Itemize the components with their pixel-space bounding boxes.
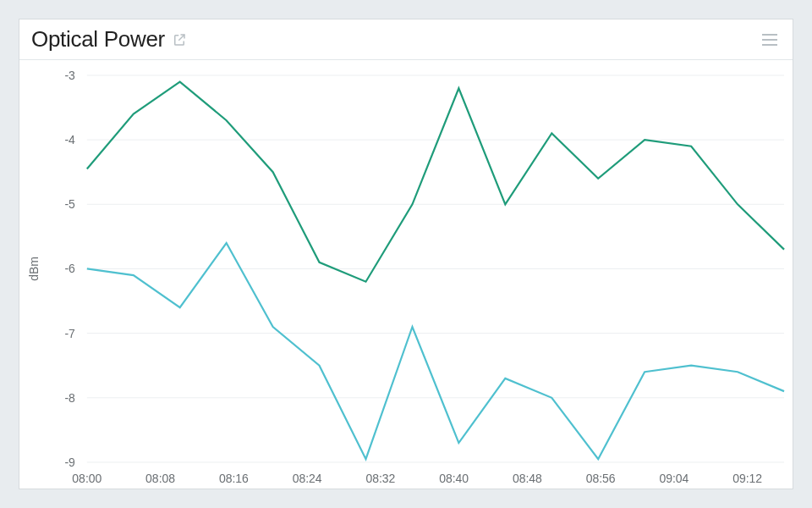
svg-text:-9: -9	[64, 456, 75, 469]
hamburger-menu-icon[interactable]	[759, 30, 781, 49]
svg-text:09:12: 09:12	[732, 472, 762, 485]
svg-text:08:48: 08:48	[513, 472, 542, 485]
svg-text:-8: -8	[64, 391, 75, 405]
svg-text:-3: -3	[64, 69, 75, 82]
chart-card: Optical Power -3-4-5-6-7-8-908:0008:0808…	[19, 19, 793, 489]
card-header: Optical Power	[19, 19, 793, 60]
svg-text:08:40: 08:40	[439, 472, 469, 485]
chart-plot-area: -3-4-5-6-7-8-908:0008:0808:1608:2408:320…	[19, 60, 793, 491]
svg-text:08:16: 08:16	[219, 472, 249, 485]
chart-title: Optical Power	[31, 26, 165, 52]
svg-text:08:32: 08:32	[365, 472, 395, 485]
svg-text:08:08: 08:08	[145, 472, 175, 485]
svg-text:09:04: 09:04	[659, 472, 689, 485]
svg-text:08:00: 08:00	[72, 472, 102, 485]
line-chart: -3-4-5-6-7-8-908:0008:0808:1608:2408:320…	[19, 60, 793, 491]
external-link-icon[interactable]	[172, 32, 187, 47]
svg-text:-7: -7	[64, 327, 75, 340]
svg-text:dBm: dBm	[27, 257, 41, 281]
svg-text:-5: -5	[64, 197, 75, 211]
svg-text:08:56: 08:56	[586, 472, 616, 485]
svg-text:-4: -4	[64, 133, 75, 146]
svg-text:-6: -6	[64, 262, 75, 275]
svg-text:08:24: 08:24	[293, 472, 322, 485]
